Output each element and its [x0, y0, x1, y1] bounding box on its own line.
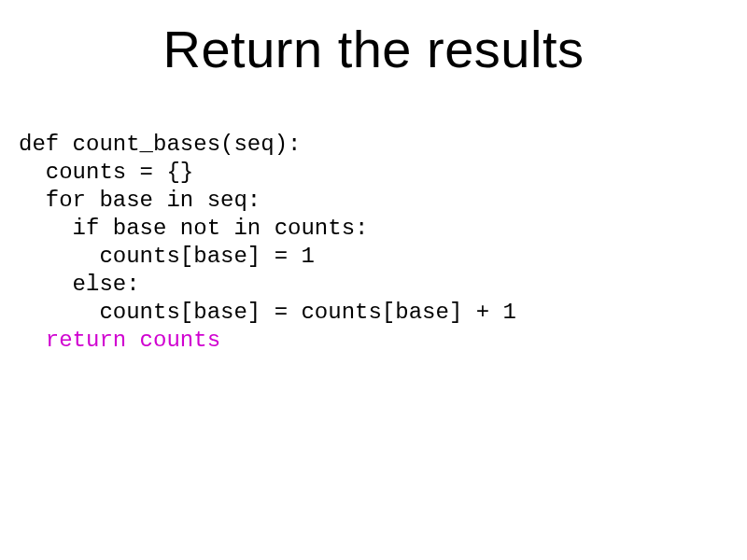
code-line-1: def count_bases(seq):: [19, 132, 301, 157]
code-line-8-highlight: return counts: [19, 328, 220, 353]
code-line-3: for base in seq:: [19, 188, 261, 213]
code-line-7: counts[base] = counts[base] + 1: [19, 300, 516, 325]
code-line-5: counts[base] = 1: [19, 244, 315, 269]
slide-title: Return the results: [0, 19, 747, 79]
code-line-2: counts = {}: [19, 160, 193, 185]
code-line-6: else:: [19, 272, 140, 297]
slide: Return the results def count_bases(seq):…: [0, 0, 747, 560]
code-line-4: if base not in counts:: [19, 216, 368, 241]
code-block: def count_bases(seq): counts = {} for ba…: [19, 131, 516, 355]
